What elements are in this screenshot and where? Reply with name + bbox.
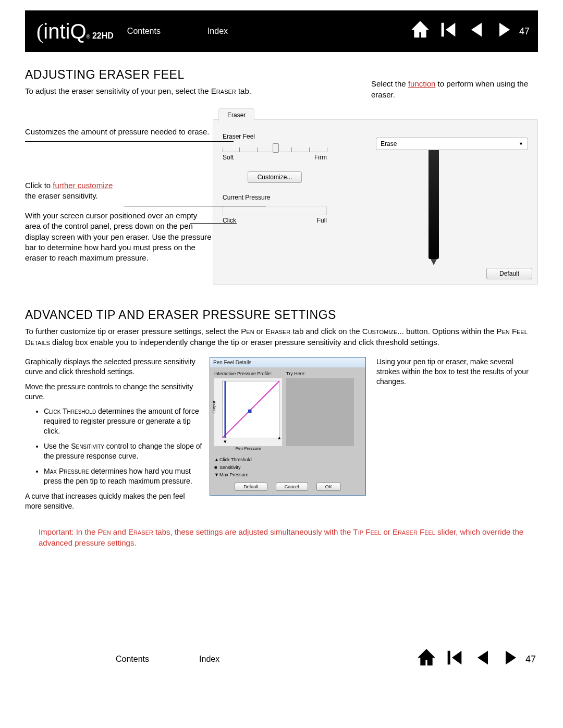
bullet-click-threshold: Click Threshold determines the amount of… [44,406,202,436]
contents-link-top[interactable]: Contents [127,26,161,37]
slider-firm-label: Firm [314,153,327,162]
dialog-ok-button[interactable]: OK [316,483,341,491]
svg-marker-4 [224,441,226,443]
section2-right-annotation: Using your pen tip or eraser, make sever… [373,357,538,387]
page-number-top: 47 [519,25,530,38]
function-link[interactable]: function [408,79,436,88]
current-pressure-bar [223,206,327,215]
erase-function-dropdown[interactable]: Erase ▼ [376,138,528,150]
dialog-cancel-button[interactable]: Cancel [276,483,308,491]
curve-y-axis-label: Output [212,401,217,414]
try-here-label: Try Here: [286,371,354,377]
try-here-box[interactable] [286,378,354,446]
index-link-top[interactable]: Index [207,26,228,37]
first-page-icon[interactable] [444,647,465,671]
pen-graphic [429,142,439,259]
prev-page-icon[interactable] [472,647,493,671]
header-bar: (intiQ® 22HD Contents Index 47 [25,10,538,52]
bullet-max-pressure: Max Pressure determines how hard you mus… [44,466,202,486]
brand-logo: (intiQ® 22HD [36,17,114,46]
pressure-full-label: Full [317,216,327,225]
section2-left-column: Graphically displays the selected pressu… [25,357,202,516]
control-sensitivity[interactable]: ■Sensitivity [214,464,361,471]
important-note: Important: In the Pen and Eraser tabs, t… [39,526,538,548]
default-button[interactable]: Default [486,268,532,279]
index-link-bottom[interactable]: Index [199,653,219,665]
profile-label: Interactive Pressure Profile: [214,371,282,377]
next-page-icon[interactable] [494,19,515,43]
dialog-title: Pen Feel Details [210,357,365,368]
control-max-pressure[interactable]: ▼Max Pressure [214,471,361,478]
footer-nav: Contents Index 47 [25,647,538,671]
annotation-select-function: Select the function to perform when usin… [371,79,538,100]
current-pressure-label: Current Pressure [223,193,327,202]
slider-soft-label: Soft [223,153,234,162]
annotation-current-pressure: With your screen cursor positioned over … [25,211,213,263]
eraser-feel-slider[interactable] [223,145,327,152]
home-icon[interactable] [410,19,431,43]
section2-heading: ADVANCED TIP AND ERASER PRESSURE SETTING… [25,307,538,323]
first-page-icon[interactable] [438,19,459,43]
further-customize-link[interactable]: further customize [53,181,113,190]
annotation-further-customize: Click to further customize the eraser se… [25,180,213,202]
eraser-feel-label: Eraser Feel [223,132,327,141]
home-icon[interactable] [416,647,437,671]
pressure-curve-graph[interactable]: Output [214,378,282,446]
control-click-threshold[interactable]: ▲Click Threshold [214,456,361,463]
page-number-bottom: 47 [525,653,536,665]
chevron-down-icon: ▼ [519,141,523,147]
section2-intro: To further customize tip or eraser press… [25,326,538,348]
customize-button[interactable]: Customize... [248,171,302,183]
eraser-settings-panel: Eraser Eraser Feel [213,119,538,285]
prev-page-icon[interactable] [466,19,487,43]
eraser-tab[interactable]: Eraser [218,108,254,121]
contents-link-bottom[interactable]: Contents [116,653,149,665]
next-page-icon[interactable] [500,647,521,671]
dialog-default-button[interactable]: Default [235,483,267,491]
curve-x-axis-label: Pen Pressure [214,446,282,452]
pen-tip-graphic [431,259,437,265]
bullet-sensitivity: Use the Sensitivity control to change th… [44,441,202,461]
pen-feel-details-dialog: Pen Feel Details Interactive Pressure Pr… [210,357,366,496]
svg-rect-3 [248,410,252,413]
annotation-pressure-amount: Customizes the amount of pressure needed… [25,127,213,137]
